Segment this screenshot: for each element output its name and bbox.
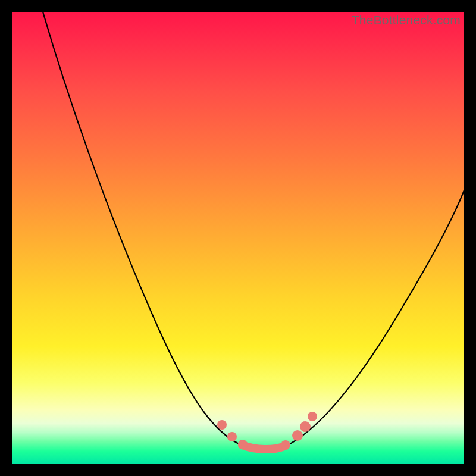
marker-dot xyxy=(238,440,248,449)
marker-dot xyxy=(300,421,311,432)
chart-frame: TheBottleneck.com xyxy=(0,0,476,476)
marker-dot xyxy=(281,440,290,450)
curve-left-branch xyxy=(43,12,244,446)
marker-dot xyxy=(227,432,237,441)
marker-dot xyxy=(308,412,317,421)
plot-area: TheBottleneck.com xyxy=(12,12,464,464)
marker-valley-segment xyxy=(242,445,284,449)
marker-dot xyxy=(217,420,227,430)
marker-dot xyxy=(292,430,303,441)
bottleneck-curve-svg xyxy=(12,12,464,464)
watermark-text: TheBottleneck.com xyxy=(352,13,461,27)
curve-right-branch xyxy=(286,190,464,446)
